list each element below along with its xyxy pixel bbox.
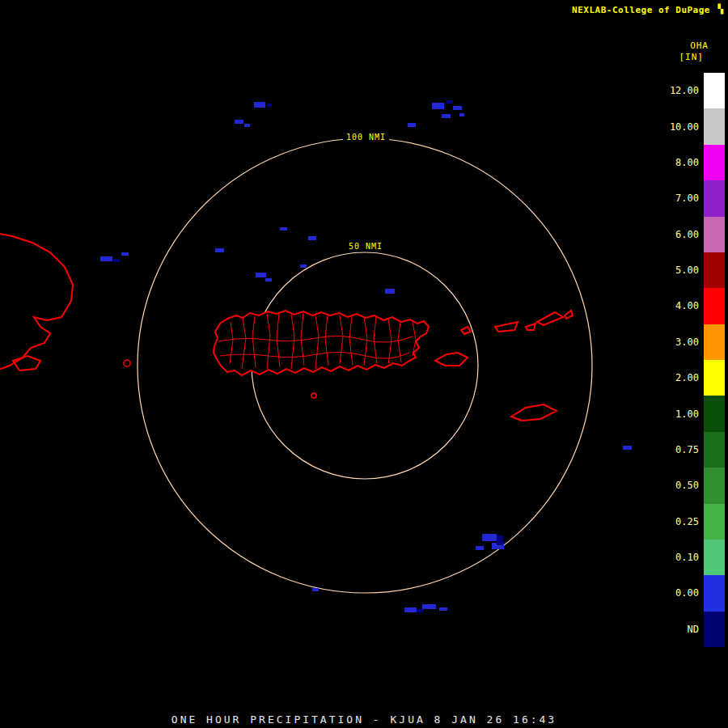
colorbar-swatch <box>704 504 725 540</box>
radar-map <box>0 0 728 728</box>
colorbar-swatch <box>704 432 725 468</box>
caja-de-muertos-outline <box>311 393 316 398</box>
colorbar-swatch <box>704 217 725 252</box>
colorbar-label: 3.00 <box>649 336 704 348</box>
colorbar-swatch <box>704 288 725 324</box>
product-units-label: [IN] <box>679 52 705 62</box>
colorbar-swatch <box>704 396 725 431</box>
radar-screen: 100 NMI 50 NMI NEXLAB-College of DuPage … <box>0 0 728 728</box>
colorbar-swatch <box>704 575 725 611</box>
colorbar-label: 0.10 <box>649 552 704 563</box>
codupage-logo-icon: ▚ <box>717 4 723 15</box>
brand-text: NEXLAB-College of DuPage <box>572 5 710 15</box>
colorbar-row: 5.00 <box>649 252 726 288</box>
colorbar-label: 7.00 <box>649 193 704 204</box>
colorbar-swatch <box>704 73 725 108</box>
range-ring-50nmi-label: 50 NMI <box>345 242 386 251</box>
vieques-outline <box>435 353 468 366</box>
colorbar-label: 2.00 <box>649 372 704 383</box>
colorbar-row: 3.00 <box>649 324 726 360</box>
colorbar-row: 0.75 <box>649 432 726 468</box>
colorbar-label: 0.25 <box>649 516 704 527</box>
colorbar-swatch <box>704 468 725 503</box>
colorbar-swatch <box>704 252 725 288</box>
colorbar-row: 0.00 <box>649 575 726 611</box>
colorbar-label: 8.00 <box>649 157 704 168</box>
colorbar-row: 12.00 <box>649 73 726 108</box>
colorbar-label: 6.00 <box>649 229 704 240</box>
range-ring-100nmi-label: 100 NMI <box>343 133 389 142</box>
eastern-islands-outlines <box>435 311 573 421</box>
colorbar-swatch <box>704 324 725 360</box>
colorbar-label: 0.75 <box>649 444 704 455</box>
colorbar-row: 0.10 <box>649 540 726 575</box>
colorbar-swatch <box>704 108 725 144</box>
colorbar-swatch <box>704 145 725 180</box>
colorbar-label: 10.00 <box>649 121 704 133</box>
tortola-outline <box>537 312 563 325</box>
colorbar-label: ND <box>649 624 704 635</box>
colorbar-row: 2.00 <box>649 360 726 396</box>
st-croix-outline <box>511 404 557 421</box>
colorbar-row: 0.50 <box>649 468 726 503</box>
colorbar-label: 4.00 <box>649 300 704 311</box>
colorbar-row: 10.00 <box>649 108 726 144</box>
hispaniola-coastline <box>0 233 130 370</box>
colorbar-row: 4.00 <box>649 288 726 324</box>
virgin-gorda-outline <box>565 311 573 319</box>
colorbar-label: 0.00 <box>649 587 704 599</box>
product-code-label: OHA <box>690 40 709 51</box>
colorbar-swatch <box>704 180 725 216</box>
colorbar-label: 1.00 <box>649 408 704 420</box>
puerto-rico-outline <box>214 311 429 398</box>
culebra-outline <box>461 327 471 334</box>
colorbar-swatch <box>704 360 725 396</box>
colorbar-row: 0.25 <box>649 504 726 540</box>
colorbar-row: 1.00 <box>649 396 726 431</box>
st-thomas-outline <box>495 322 518 332</box>
st-john-outline <box>526 324 535 330</box>
colorbar: 12.0010.008.007.006.005.004.003.002.001.… <box>649 73 726 647</box>
colorbar-row: 7.00 <box>649 180 726 216</box>
product-caption: ONE HOUR PRECIPITATION - KJUA 8 JAN 26 1… <box>0 713 728 726</box>
colorbar-label: 12.00 <box>649 85 704 96</box>
colorbar-label: 5.00 <box>649 265 704 276</box>
colorbar-swatch <box>704 540 725 575</box>
colorbar-row: ND <box>649 612 726 647</box>
colorbar-row: 6.00 <box>649 217 726 252</box>
colorbar-label: 0.50 <box>649 480 704 491</box>
colorbar-row: 8.00 <box>649 145 726 180</box>
colorbar-swatch <box>704 612 725 647</box>
